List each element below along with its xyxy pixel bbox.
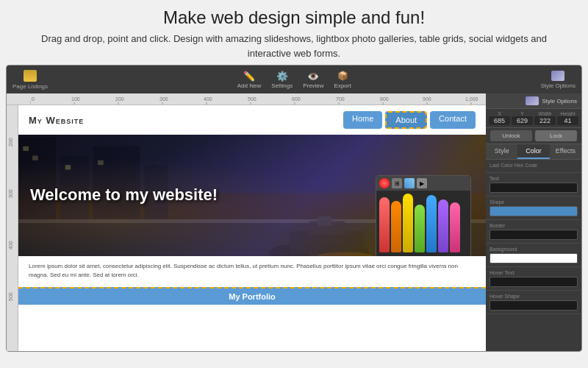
canvas-area: 0 100 200 300 400 500 600 <box>7 93 486 351</box>
right-panel: Style Options X 685 Y 629 Width 222 Heig… <box>486 93 581 351</box>
portfolio-bar[interactable]: My Portfolio <box>18 287 486 305</box>
svg-text:1,000: 1,000 <box>465 96 478 102</box>
top-section: Make web design simple and fun! Drag and… <box>0 0 588 65</box>
nav-home-button[interactable]: Home <box>343 111 382 129</box>
color-photo-icon[interactable] <box>404 178 415 188</box>
export-icon: 📦 <box>337 70 348 82</box>
coord-height-value[interactable]: 41 <box>557 116 578 125</box>
settings-button[interactable]: ⚙️ Settings <box>271 70 293 89</box>
style-options-header: Style Options <box>486 93 581 109</box>
swatch-yellow[interactable] <box>403 194 413 252</box>
svg-text:200: 200 <box>115 96 124 102</box>
prop-hover-shape-field[interactable] <box>490 300 578 311</box>
main-title: Make web design simple and fun! <box>29 7 559 28</box>
style-options-toolbar[interactable]: Style Options <box>540 71 576 89</box>
coord-y: Y 629 <box>512 111 533 125</box>
svg-rect-33 <box>32 155 38 160</box>
lock-button[interactable]: Lock <box>535 130 577 141</box>
prop-hover-shape: Hover Shape <box>486 291 581 314</box>
ruler-top: 0 100 200 300 400 500 600 <box>7 93 486 105</box>
style-options-panel-icon <box>526 96 539 105</box>
nav-about-button[interactable]: About <box>385 111 427 129</box>
add-new-label: Add New <box>237 82 261 89</box>
svg-text:400: 400 <box>204 96 212 102</box>
swatch-red[interactable] <box>379 197 390 252</box>
ruler-left: 200 300 400 500 <box>7 105 18 351</box>
prop-border-field[interactable] <box>490 230 578 240</box>
svg-text:300: 300 <box>159 96 168 102</box>
prop-text: Text <box>486 173 581 197</box>
unlock-button[interactable]: Unlock <box>490 130 532 141</box>
tab-effects[interactable]: Effects <box>550 144 581 159</box>
swatch-pink[interactable] <box>450 202 460 252</box>
svg-rect-42 <box>318 216 331 226</box>
prop-hover-text-field[interactable] <box>490 277 578 287</box>
svg-text:300: 300 <box>8 189 13 198</box>
site-nav: Home About Contact <box>343 111 476 129</box>
svg-rect-32 <box>23 146 29 151</box>
opacity-container: Opacity 100% <box>376 255 470 256</box>
coord-width-value[interactable]: 222 <box>534 116 556 125</box>
prop-hover-text-label: Hover Text <box>490 270 578 275</box>
coord-height: Height 41 <box>557 111 578 125</box>
site-logo: My Website <box>29 115 84 126</box>
swatch-orange[interactable] <box>391 201 401 252</box>
prop-background-label: Background <box>490 247 578 252</box>
color-video-icon[interactable]: ▶ <box>417 178 427 188</box>
coord-x-value[interactable]: 685 <box>489 116 510 125</box>
toolbar-center: ✏️ Add New ⚙️ Settings 👁️ Preview 📦 Expo… <box>237 70 351 89</box>
svg-text:600: 600 <box>292 96 301 102</box>
prop-shape-field[interactable] <box>490 206 578 216</box>
preview-button[interactable]: 👁️ Preview <box>303 70 323 89</box>
body-text-area: Lorem ipsum dolor sit amet, consectetur … <box>18 256 486 286</box>
prop-border: Border <box>486 220 581 244</box>
gear-icon: ⚙️ <box>276 70 288 82</box>
preview-label: Preview <box>303 82 323 89</box>
tab-style[interactable]: Style <box>486 144 517 159</box>
svg-text:800: 800 <box>380 96 389 102</box>
prop-last-color-label: Last Color Hex Code <box>490 163 578 168</box>
svg-text:500: 500 <box>8 292 13 301</box>
site-header: My Website Home About Contact <box>18 105 486 135</box>
color-grid-icon[interactable]: ⊞ <box>392 178 402 188</box>
color-swatches <box>376 191 470 255</box>
pencil-icon: ✏️ <box>243 70 255 82</box>
export-label: Export <box>334 82 351 89</box>
prop-hover-text: Hover Text <box>486 267 581 291</box>
swatch-blue[interactable] <box>426 195 437 252</box>
coords-row: X 685 Y 629 Width 222 Height 41 <box>486 109 581 128</box>
page-listings[interactable]: Page Listings <box>12 70 48 90</box>
prop-border-label: Border <box>490 223 578 228</box>
svg-text:200: 200 <box>8 138 13 146</box>
color-picker-toolbar: ⊞ ▶ <box>376 176 470 191</box>
hero-image: ⊞ ▶ <box>18 135 486 256</box>
svg-text:100: 100 <box>71 96 80 102</box>
coord-y-value[interactable]: 629 <box>512 116 533 125</box>
prop-shape: Shape <box>486 197 581 220</box>
toolbar: Page Listings ✏️ Add New ⚙️ Settings 👁️ … <box>7 66 581 93</box>
app-window: Page Listings ✏️ Add New ⚙️ Settings 👁️ … <box>6 65 582 352</box>
prop-text-field[interactable] <box>490 183 578 193</box>
swatch-green[interactable] <box>415 205 425 252</box>
prop-text-label: Text <box>490 176 578 181</box>
add-new-button[interactable]: ✏️ Add New <box>237 70 261 89</box>
prop-background-field[interactable] <box>490 253 578 263</box>
body-text: Lorem ipsum dolor sit amet, consectetur … <box>29 262 476 280</box>
ruler-top-inner: 0 100 200 300 400 500 600 <box>30 93 486 105</box>
preview-icon: 👁️ <box>307 70 319 82</box>
nav-contact-button[interactable]: Contact <box>430 111 476 129</box>
lock-row: Unlock Lock <box>486 128 581 144</box>
ruler-corner <box>18 93 30 105</box>
tab-color[interactable]: Color <box>517 144 549 159</box>
svg-rect-35 <box>98 160 104 165</box>
color-picker-popup: ⊞ ▶ <box>376 175 471 256</box>
swatch-purple[interactable] <box>438 199 448 252</box>
svg-text:900: 900 <box>423 96 431 102</box>
coord-width: Width 222 <box>534 111 556 125</box>
hero-text: Welcome to my website! <box>18 185 229 205</box>
svg-text:400: 400 <box>8 241 13 250</box>
export-button[interactable]: 📦 Export <box>334 70 351 89</box>
color-circle-icon[interactable] <box>379 178 390 188</box>
main-subtitle: Drag and drop, point and click. Design w… <box>29 32 559 60</box>
prop-hover-shape-label: Hover Shape <box>490 294 578 299</box>
